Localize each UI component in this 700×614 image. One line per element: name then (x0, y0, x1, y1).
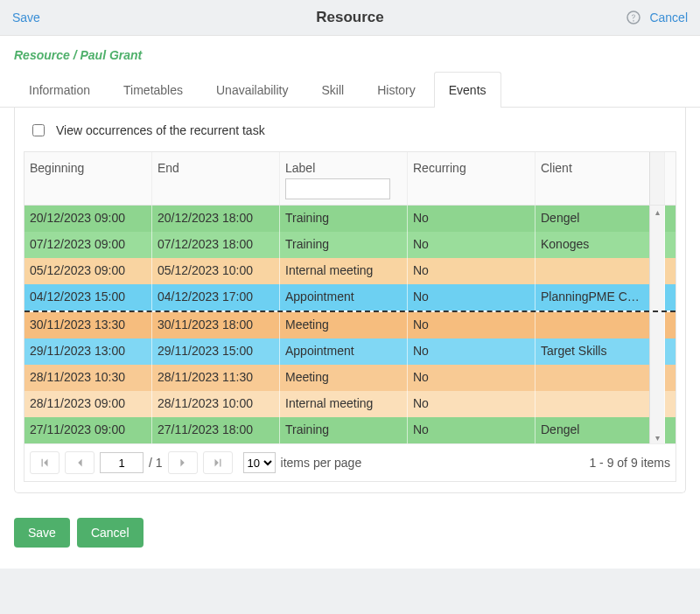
scrollbar-track[interactable] (649, 312, 665, 338)
cell-client (536, 312, 649, 338)
cell-recurring: No (408, 365, 536, 391)
scrollbar-track[interactable] (649, 258, 665, 284)
items-per-page-label: items per page (281, 456, 362, 470)
cancel-button[interactable]: Cancel (77, 518, 144, 548)
label-filter-input[interactable] (285, 178, 390, 199)
scroll-up-icon[interactable]: ▴ (650, 206, 664, 218)
table-row[interactable]: 04/12/2023 15:0004/12/2023 17:00Appointm… (24, 284, 676, 310)
cancel-link-top[interactable]: Cancel (649, 10, 688, 24)
pager-prev-button[interactable] (65, 451, 94, 474)
cell-beginning: 20/12/2023 09:00 (24, 206, 152, 232)
tab-skill[interactable]: Skill (306, 72, 359, 108)
table-row[interactable]: 28/11/2023 10:3028/11/2023 11:30MeetingN… (24, 365, 676, 391)
cell-end: 27/11/2023 18:00 (152, 417, 280, 443)
cell-recurring: No (408, 312, 536, 338)
cell-beginning: 28/11/2023 09:00 (24, 391, 152, 417)
scrollbar-track[interactable] (649, 391, 665, 417)
col-header-client[interactable]: Client (536, 152, 649, 205)
items-per-page-select[interactable]: 5102050 (243, 452, 276, 473)
cell-recurring: No (408, 206, 536, 232)
cell-label: Appointment (280, 284, 408, 310)
pager-last-icon (212, 457, 224, 469)
cell-beginning: 29/11/2023 13:00 (24, 338, 152, 365)
view-occurrences-checkbox[interactable] (32, 124, 45, 136)
table-row[interactable]: 20/12/2023 09:0020/12/2023 18:00Training… (24, 206, 676, 232)
cell-label: Internal meeting (280, 391, 408, 417)
bottom-actions: Save Cancel (0, 507, 700, 569)
tab-history[interactable]: History (362, 72, 430, 108)
cell-recurring: No (408, 338, 536, 365)
cell-client: Target Skills (536, 338, 649, 365)
scrollbar-track[interactable]: ▴ (649, 206, 665, 232)
col-header-recurring[interactable]: Recurring (408, 152, 536, 205)
pager-first-button[interactable] (30, 451, 60, 474)
cell-label: Meeting (280, 312, 408, 338)
tab-unavailability[interactable]: Unavailability (201, 72, 303, 108)
cell-label: Internal meeting (280, 258, 408, 284)
pager-status: 1 - 9 of 9 items (589, 456, 670, 470)
scrollbar-track[interactable]: ▾ (649, 417, 665, 443)
pager-next-button[interactable] (168, 451, 198, 474)
table-row[interactable]: 07/12/2023 09:0007/12/2023 18:00Training… (24, 232, 676, 258)
col-header-label[interactable]: Label (280, 152, 408, 205)
scrollbar-track-header (649, 152, 665, 205)
pager-page-total: / 1 (149, 456, 163, 470)
table-row[interactable]: 30/11/2023 13:3030/11/2023 18:00MeetingN… (24, 312, 676, 338)
col-header-beginning[interactable]: Beginning (24, 152, 152, 205)
cell-recurring: No (408, 258, 536, 284)
cell-recurring: No (408, 417, 536, 443)
scrollbar-track[interactable] (649, 232, 665, 258)
caret-right-icon (177, 457, 189, 469)
table-row[interactable]: 28/11/2023 09:0028/11/2023 10:00Internal… (24, 391, 676, 417)
tab-timetables[interactable]: Timetables (108, 72, 198, 108)
table-row[interactable]: 05/12/2023 09:0005/12/2023 10:00Internal… (24, 258, 676, 284)
cell-beginning: 07/12/2023 09:00 (24, 232, 152, 258)
table-row[interactable]: 29/11/2023 13:0029/11/2023 15:00Appointm… (24, 338, 676, 365)
table-row[interactable]: 27/11/2023 09:0027/11/2023 18:00Training… (24, 417, 676, 443)
cell-client (536, 365, 649, 391)
save-link-top[interactable]: Save (12, 10, 40, 24)
pager: / 1 5102050 items per page 1 - 9 of 9 it… (24, 443, 676, 481)
pager-first-icon (38, 457, 51, 469)
cell-recurring: No (408, 232, 536, 258)
cell-label: Training (280, 206, 408, 232)
caret-left-icon (74, 457, 86, 469)
cell-label: Training (280, 417, 408, 443)
dialog-title: Resource (0, 9, 700, 26)
cell-beginning: 27/11/2023 09:00 (24, 417, 152, 443)
pager-page-input[interactable] (100, 452, 144, 473)
events-grid: Beginning End Label Recurring Client 20/… (24, 151, 676, 482)
cell-end: 29/11/2023 15:00 (152, 338, 280, 365)
cell-beginning: 04/12/2023 15:00 (24, 284, 152, 310)
cell-recurring: No (408, 284, 536, 310)
col-header-label-text: Label (285, 161, 402, 175)
cell-label: Meeting (280, 365, 408, 391)
cell-client: Dengel (536, 417, 649, 443)
scroll-down-icon[interactable]: ▾ (650, 431, 664, 443)
cell-beginning: 05/12/2023 09:00 (24, 258, 152, 284)
cell-label: Training (280, 232, 408, 258)
cell-end: 20/12/2023 18:00 (152, 206, 280, 232)
events-panel: View occurrences of the recurrent task B… (14, 108, 686, 493)
scrollbar-track[interactable] (649, 284, 665, 310)
cell-label: Appointment (280, 338, 408, 365)
cell-beginning: 30/11/2023 13:30 (24, 312, 152, 338)
cell-client: PlanningPME Canada (536, 284, 649, 310)
col-header-end[interactable]: End (152, 152, 280, 205)
breadcrumb: Resource / Paul Grant (0, 36, 700, 66)
tab-events[interactable]: Events (434, 72, 501, 108)
cell-client: Konoges (536, 232, 649, 258)
pager-last-button[interactable] (203, 451, 233, 474)
help-icon[interactable] (626, 10, 640, 24)
cell-end: 28/11/2023 10:00 (152, 391, 280, 417)
grid-body: 20/12/2023 09:0020/12/2023 18:00Training… (24, 206, 676, 443)
cell-end: 07/12/2023 18:00 (152, 232, 280, 258)
scrollbar-track[interactable] (649, 365, 665, 391)
tab-information[interactable]: Information (14, 72, 105, 108)
save-button[interactable]: Save (14, 518, 70, 548)
scrollbar-track[interactable] (649, 338, 665, 365)
cell-end: 28/11/2023 11:30 (152, 365, 280, 391)
cell-end: 30/11/2023 18:00 (152, 312, 280, 338)
view-occurrences-label[interactable]: View occurrences of the recurrent task (56, 123, 265, 137)
cell-beginning: 28/11/2023 10:30 (24, 365, 152, 391)
